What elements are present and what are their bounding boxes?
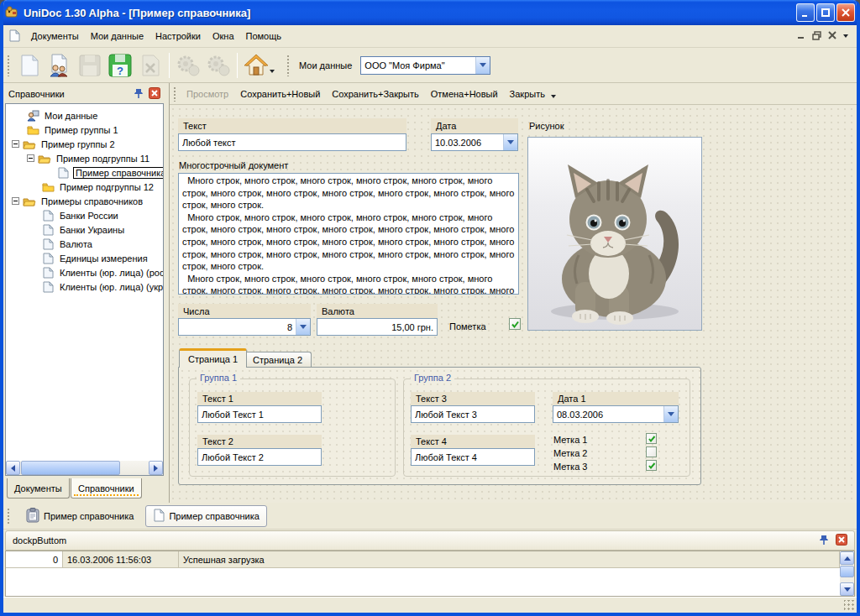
mdi-restore-icon[interactable] — [812, 31, 821, 42]
scroll-left-icon[interactable] — [6, 461, 20, 475]
window-tab-2-active[interactable]: Пример справочника — [145, 505, 266, 527]
log-cell-time: 16.03.2006 11:56:03 — [63, 551, 179, 567]
menu-my-data[interactable]: Мои данные — [85, 28, 149, 44]
multiline-textarea[interactable]: Много строк, много строк, много строк, м… — [178, 173, 519, 295]
tree-item-banks-russia[interactable]: Банки России — [6, 208, 163, 222]
save-new-record-button[interactable]: Сохранить+Новый — [234, 89, 326, 99]
tree-item-banks-ukraine[interactable]: Банки Украины — [6, 222, 163, 237]
open-clients-button[interactable] — [45, 51, 75, 80]
document-icon — [41, 238, 55, 250]
menu-settings[interactable]: Настройки — [149, 28, 207, 44]
maximize-button[interactable] — [816, 3, 835, 22]
close-record-button[interactable]: Закрыть — [504, 89, 551, 99]
main-panel: Просмотр Сохранить+Новый Сохранить+Закры… — [169, 83, 857, 503]
pin-icon[interactable] — [134, 88, 144, 101]
scroll-right-icon[interactable] — [149, 461, 163, 475]
sidebar-tab-documents[interactable]: Документы — [7, 478, 70, 499]
tree-hscrollbar[interactable] — [6, 461, 163, 475]
save-new-button[interactable]: ? — [105, 51, 135, 80]
tree-item-subgroup12[interactable]: Пример подгруппы 12 — [6, 180, 163, 194]
mark3-checkbox[interactable] — [646, 460, 657, 471]
log-vscrollbar[interactable] — [840, 551, 854, 596]
date-label-strip: Дата — [431, 118, 518, 133]
tree-item-subgroup11[interactable]: Пример подгруппы 11 — [6, 151, 163, 165]
tree-item-group2[interactable]: Пример группы 2 — [6, 137, 163, 151]
scroll-down-icon[interactable] — [840, 582, 854, 596]
toolbar-overflow-icon[interactable] — [843, 34, 848, 38]
tree-item-reference-examples[interactable]: Примеры справочников — [6, 194, 163, 208]
date1-dropdown-icon[interactable] — [663, 406, 678, 422]
user-icon — [26, 110, 39, 122]
resize-grip[interactable] — [844, 600, 855, 611]
menu-windows[interactable]: Окна — [207, 28, 240, 44]
date-combobox[interactable]: 10.03.2006 — [431, 133, 518, 151]
tab-page1[interactable]: Страница 1 — [179, 348, 247, 368]
delete-button[interactable] — [135, 51, 165, 80]
mark2-checkbox[interactable] — [646, 446, 657, 457]
tree-item-my-data[interactable]: Мои данные — [6, 108, 163, 123]
home-dropdown-icon[interactable] — [270, 70, 275, 73]
tree-selected-item[interactable]: Пример справочника — [73, 167, 164, 179]
dock-panel-title: dockpButtom — [13, 535, 819, 546]
mark-checkbox[interactable] — [509, 318, 521, 330]
mdi-minimize-icon[interactable] — [797, 31, 805, 41]
collapse-icon[interactable] — [12, 197, 19, 205]
text2-input[interactable] — [197, 448, 322, 466]
date1-combobox[interactable]: 08.03.2006 — [553, 405, 679, 423]
menu-documents[interactable]: Документы — [25, 28, 85, 44]
currency-input[interactable] — [317, 318, 438, 336]
log-panel: 0 16.03.2006 11:56:03 Успешная загрузка — [5, 551, 855, 597]
text3-input[interactable] — [411, 405, 535, 423]
home-button[interactable] — [241, 51, 271, 80]
document-icon — [41, 253, 55, 264]
view-button[interactable]: Просмотр — [181, 89, 234, 99]
cancel-new-record-button[interactable]: Отмена+Новый — [425, 89, 504, 99]
pin-icon[interactable] — [819, 535, 829, 547]
company-dropdown-icon[interactable] — [475, 57, 490, 74]
sidebar-tab-references[interactable]: Справочники — [71, 478, 142, 499]
tree-item-clients-ukr[interactable]: Клиенты (юр. лица) (укр. — [6, 279, 163, 294]
save-button[interactable] — [75, 51, 105, 80]
toolbar-grip[interactable] — [7, 55, 11, 76]
actionbar-grip[interactable] — [173, 86, 177, 102]
process-button-2[interactable] — [203, 51, 233, 80]
tree-item-currency[interactable]: Валюта — [6, 237, 163, 251]
dock-close-icon[interactable] — [836, 534, 847, 547]
collapse-icon[interactable] — [27, 154, 34, 162]
mdibar-grip[interactable] — [7, 508, 11, 525]
close-button[interactable] — [836, 3, 855, 22]
tree-item-example-reference[interactable]: Пример справочника — [6, 165, 163, 180]
mark1-checkbox[interactable] — [646, 433, 657, 444]
mdi-close-icon[interactable] — [828, 31, 836, 41]
process-button-1[interactable] — [173, 51, 203, 80]
mark-label: Пометка — [449, 321, 486, 331]
numbers-dropdown-icon[interactable] — [296, 319, 310, 335]
folder-open-icon — [38, 153, 51, 164]
tree-item-clients-rus[interactable]: Клиенты (юр. лица) (рос. — [6, 265, 163, 279]
new-document-button[interactable] — [14, 51, 45, 80]
hscroll-thumb[interactable] — [21, 461, 120, 475]
numbers-combobox[interactable]: 8 — [178, 318, 311, 336]
tree-item-units[interactable]: Единицы измерения — [6, 251, 163, 265]
tab-page2[interactable]: Страница 2 — [244, 352, 312, 368]
text4-input[interactable] — [411, 448, 535, 466]
log-row[interactable]: 0 16.03.2006 11:56:03 Успешная загрузка — [6, 551, 840, 568]
actionbar-overflow-icon[interactable] — [551, 95, 556, 98]
company-combobox[interactable]: ООО "Моя Фирма" — [360, 56, 490, 75]
text-input[interactable] — [178, 133, 406, 151]
toolbar-grip[interactable] — [286, 55, 291, 76]
collapse-icon[interactable] — [12, 140, 19, 148]
sidebar-close-icon[interactable] — [149, 87, 160, 101]
picture-frame[interactable] — [527, 137, 702, 331]
save-close-record-button[interactable]: Сохранить+Закрыть — [326, 89, 424, 99]
minimize-button[interactable] — [796, 3, 815, 22]
text1-input[interactable] — [197, 405, 322, 423]
date-dropdown-icon[interactable] — [503, 134, 517, 150]
vscroll-thumb[interactable] — [840, 566, 854, 577]
tree-item-group1[interactable]: Пример группы 1 — [6, 123, 163, 137]
menu-help[interactable]: Помощь — [240, 28, 288, 44]
mdi-child-icon[interactable] — [8, 29, 20, 44]
scroll-up-icon[interactable] — [840, 551, 854, 565]
window-tab-1[interactable]: Пример справочника — [19, 505, 140, 527]
pages-tab-control: Страница 1 Страница 2 Группа 1 Текст 1 Т — [178, 348, 701, 485]
